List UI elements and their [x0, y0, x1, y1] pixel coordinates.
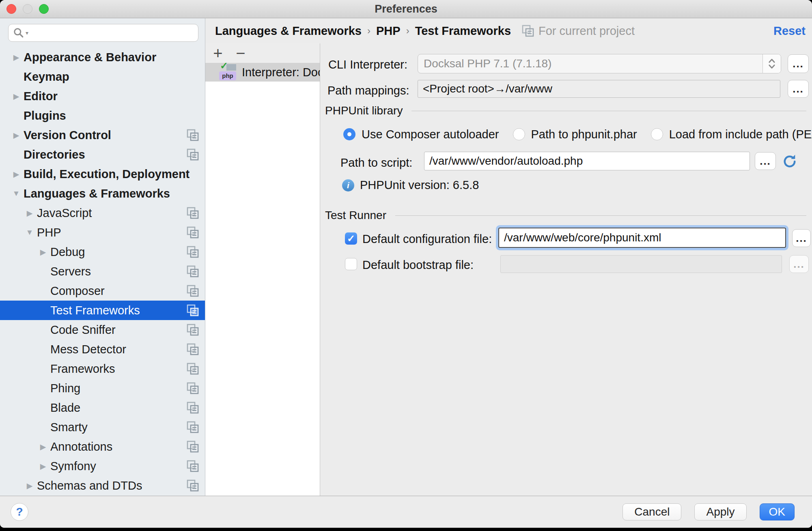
- sidebar-item-php[interactable]: ▼ PHP: [0, 223, 205, 242]
- scope-label: For current project: [538, 24, 635, 38]
- sidebar-item-plugins[interactable]: Plugins: [0, 106, 205, 125]
- settings-search-field[interactable]: ▾: [8, 24, 198, 42]
- sidebar-item-servers[interactable]: Servers: [0, 262, 205, 281]
- sidebar-item-label: Frameworks: [50, 362, 186, 376]
- expand-arrow-icon[interactable]: ▶: [36, 462, 50, 471]
- sidebar-item-label: Plugins: [24, 109, 205, 123]
- sidebar-item-editor[interactable]: ▶ Editor: [0, 86, 205, 106]
- expand-arrow-icon[interactable]: ▼: [22, 228, 37, 237]
- radio-icon[interactable]: [343, 128, 355, 140]
- scope-indicator: For current project: [521, 24, 635, 38]
- per-project-indicator-icon: [186, 206, 199, 219]
- sidebar-item-label: Symfony: [50, 460, 186, 473]
- radio-load-from-include-path-pear[interactable]: Load from include path (PEAR): [651, 128, 812, 141]
- per-project-indicator-icon: [186, 226, 199, 239]
- breadcrumb-languages-frameworks[interactable]: Languages & Frameworks: [215, 24, 362, 38]
- sidebar-item-mess-detector[interactable]: Mess Detector: [0, 340, 205, 359]
- default-bootstrap-file-checkbox[interactable]: [345, 258, 357, 270]
- per-project-indicator-icon: [186, 129, 199, 142]
- per-project-indicator-icon: [186, 343, 199, 356]
- expand-arrow-icon[interactable]: ▶: [9, 92, 24, 101]
- sidebar-item-frameworks[interactable]: Frameworks: [0, 359, 205, 378]
- interpreter-list-empty-area[interactable]: [205, 82, 320, 496]
- expand-arrow-icon[interactable]: ▶: [36, 442, 50, 451]
- combobox-stepper-icon[interactable]: [762, 54, 781, 73]
- interpreter-list-item[interactable]: ✓ php Interpreter: Dock: [205, 63, 320, 82]
- sidebar-item-code-sniffer[interactable]: Code Sniffer: [0, 320, 205, 340]
- apply-button[interactable]: Apply: [694, 503, 746, 520]
- remove-interpreter-button[interactable]: −: [234, 45, 248, 61]
- expand-arrow-icon[interactable]: ▶: [22, 209, 37, 218]
- expand-arrow-icon[interactable]: ▶: [9, 53, 24, 62]
- cancel-button[interactable]: Cancel: [622, 503, 681, 520]
- reload-phpunit-icon[interactable]: [781, 153, 798, 170]
- expand-arrow-icon[interactable]: ▼: [9, 189, 24, 198]
- sidebar-item-label: Directories: [24, 148, 186, 161]
- expand-arrow-icon[interactable]: ▶: [22, 481, 37, 490]
- sidebar-item-label: Test Frameworks: [50, 304, 186, 317]
- sidebar-item-symfony[interactable]: ▶ Symfony: [0, 456, 205, 476]
- expand-arrow-icon[interactable]: ▶: [36, 247, 50, 257]
- search-input[interactable]: [30, 26, 194, 40]
- sidebar-item-keymap[interactable]: Keymap: [0, 67, 205, 86]
- sidebar-item-test-frameworks[interactable]: Test Frameworks: [0, 301, 205, 320]
- sidebar-item-appearance-behavior[interactable]: ▶ Appearance & Behavior: [0, 47, 205, 67]
- sidebar-item-phing[interactable]: Phing: [0, 378, 205, 398]
- interpreter-label: Interpreter: Dock: [242, 66, 320, 79]
- sidebar-item-composer[interactable]: Composer: [0, 281, 205, 301]
- interpreters-toolbar: + −: [205, 43, 320, 63]
- per-project-indicator-icon: [186, 382, 199, 395]
- title-bar: Preferences: [0, 0, 812, 18]
- sidebar-item-languages-frameworks[interactable]: ▼ Languages & Frameworks: [0, 184, 205, 203]
- desktop-background: [0, 528, 812, 531]
- path-to-script-field[interactable]: /var/www/vendor/autoload.php: [424, 152, 750, 170]
- sidebar-item-annotations[interactable]: ▶ Annotations: [0, 437, 205, 456]
- radio-icon[interactable]: [651, 128, 663, 140]
- cli-interpreter-browse-button[interactable]: ...: [788, 54, 809, 73]
- help-button[interactable]: ?: [11, 503, 28, 521]
- per-project-icon: [521, 24, 534, 37]
- radio-use-composer-autoloader[interactable]: Use Composer autoloader: [343, 128, 499, 141]
- path-to-script-browse-button[interactable]: ...: [755, 152, 776, 170]
- phpunit-library-radio-group: Use Composer autoloader Path to phpunit.…: [343, 125, 812, 144]
- default-bootstrap-file-browse-button: ...: [789, 255, 809, 273]
- default-configuration-file-checkbox[interactable]: ✓: [345, 232, 357, 245]
- default-configuration-file-browse-button[interactable]: ...: [792, 229, 811, 247]
- radio-path-to-phpunit-phar[interactable]: Path to phpunit.phar: [513, 128, 637, 141]
- breadcrumb-bar: Languages & Frameworks › PHP › Test Fram…: [205, 18, 812, 43]
- breadcrumb-php[interactable]: PHP: [376, 24, 401, 38]
- sidebar-item-schemas-and-dtds[interactable]: ▶ Schemas and DTDs: [0, 476, 205, 495]
- default-configuration-file-label[interactable]: Default configuration file:: [362, 232, 492, 246]
- sidebar-item-label: Code Sniffer: [50, 323, 186, 337]
- ok-button[interactable]: OK: [760, 503, 795, 520]
- sidebar-item-label: Servers: [50, 265, 186, 278]
- add-interpreter-button[interactable]: +: [211, 45, 225, 61]
- default-bootstrap-file-label[interactable]: Default bootstrap file:: [362, 258, 474, 272]
- expand-arrow-icon[interactable]: ▶: [9, 170, 24, 179]
- per-project-indicator-icon: [186, 304, 199, 317]
- phpunit-version-text: PHPUnit version: 6.5.8: [360, 178, 479, 192]
- expand-arrow-icon[interactable]: ▶: [9, 131, 24, 140]
- sidebar-item-javascript[interactable]: ▶ JavaScript: [0, 203, 205, 223]
- sidebar-item-version-control[interactable]: ▶ Version Control: [0, 125, 205, 145]
- sidebar-item-blade[interactable]: Blade: [0, 398, 205, 417]
- sidebar-item-label: JavaScript: [37, 206, 186, 220]
- sidebar-item-label: Version Control: [24, 129, 186, 142]
- breadcrumb-test-frameworks[interactable]: Test Frameworks: [415, 24, 511, 38]
- per-project-indicator-icon: [186, 440, 199, 453]
- path-mappings-field[interactable]: <Project root>→/var/www: [418, 80, 780, 98]
- radio-icon[interactable]: [513, 128, 525, 140]
- search-scope-caret-icon[interactable]: ▾: [26, 30, 28, 36]
- sidebar-item-build-execution-deployment[interactable]: ▶ Build, Execution, Deployment: [0, 164, 205, 184]
- sidebar-item-debug[interactable]: ▶ Debug: [0, 242, 205, 262]
- section-divider: [395, 215, 806, 216]
- default-configuration-file-field[interactable]: /var/www/web/core/phpunit.xml: [498, 228, 786, 248]
- path-mappings-browse-button[interactable]: ...: [788, 80, 809, 98]
- phpunit-library-section-title: PHPUnit library: [325, 104, 403, 117]
- sidebar-item-directories[interactable]: Directories: [0, 145, 205, 164]
- cli-interpreter-combobox[interactable]: Docksal PHP 7.1 (7.1.18): [418, 54, 781, 73]
- sidebar-item-smarty[interactable]: Smarty: [0, 417, 205, 437]
- breadcrumb-separator-icon: ›: [406, 25, 409, 37]
- reset-link[interactable]: Reset: [773, 24, 806, 38]
- breadcrumb-separator-icon: ›: [367, 25, 370, 37]
